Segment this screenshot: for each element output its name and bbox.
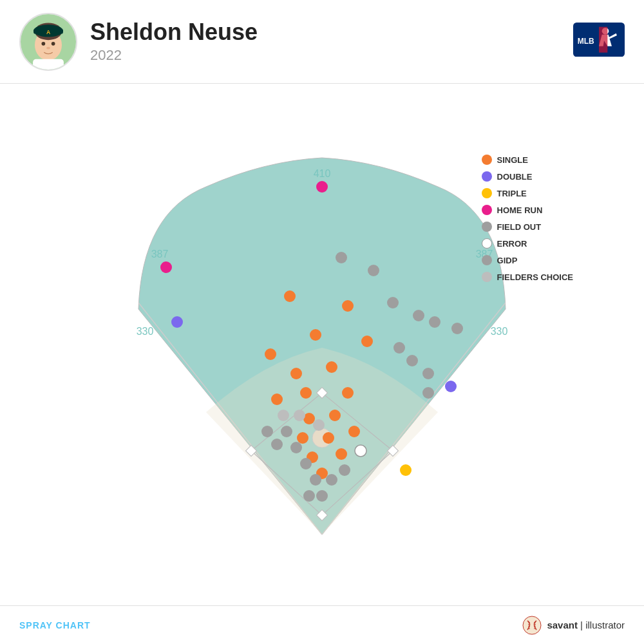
- gidp-dot: [482, 255, 492, 265]
- svg-text:387: 387: [151, 249, 169, 260]
- legend-fielders-choice: FIELDERS CHOICE: [482, 272, 573, 282]
- svg-rect-9: [33, 59, 64, 70]
- svg-point-47: [323, 432, 334, 444]
- legend-fieldout: FIELD OUT: [482, 222, 573, 232]
- page: A Sheldon Neuse 2022 MLB: [0, 0, 644, 644]
- error-label: ERROR: [497, 239, 527, 249]
- svg-text:MLB: MLB: [578, 37, 594, 46]
- brand-area: savant | illustrator: [522, 616, 625, 635]
- svg-point-57: [451, 323, 463, 334]
- legend: SINGLE DOUBLE TRIPLE HOME RUN FIELD OUT: [482, 155, 573, 282]
- header: A Sheldon Neuse 2022 MLB: [0, 0, 644, 84]
- triple-dot: [482, 188, 492, 198]
- fielders-choice-dot: [482, 272, 492, 282]
- svg-text:330: 330: [491, 326, 508, 337]
- svg-point-60: [422, 368, 434, 379]
- svg-point-40: [326, 361, 337, 373]
- savant-ball-icon: [522, 616, 542, 635]
- svg-point-42: [271, 393, 283, 405]
- svg-point-71: [261, 426, 273, 437]
- svg-point-75: [355, 445, 366, 457]
- player-avatar: A: [19, 13, 77, 71]
- svg-point-61: [422, 387, 434, 399]
- fieldout-dot: [482, 222, 492, 232]
- svg-point-4: [52, 42, 55, 46]
- double-label: DOUBLE: [497, 172, 533, 182]
- svg-point-67: [339, 464, 350, 476]
- fieldout-label: FIELD OUT: [497, 222, 542, 232]
- legend-error: ERROR: [482, 238, 573, 249]
- svg-point-65: [310, 474, 321, 486]
- svg-point-63: [290, 442, 302, 453]
- svg-point-54: [387, 297, 399, 308]
- single-label: SINGLE: [497, 155, 528, 165]
- svg-point-36: [310, 329, 321, 341]
- svg-point-31: [171, 316, 183, 328]
- svg-point-38: [265, 348, 276, 360]
- svg-point-33: [400, 464, 412, 476]
- legend-triple: TRIPLE: [482, 188, 573, 198]
- legend-single: SINGLE: [482, 155, 573, 165]
- legend-double: DOUBLE: [482, 171, 573, 182]
- svg-point-74: [278, 410, 289, 421]
- svg-point-43: [342, 387, 354, 399]
- svg-point-30: [160, 261, 172, 273]
- svg-point-70: [271, 439, 283, 450]
- svg-text:A: A: [46, 28, 50, 35]
- svg-point-3: [41, 42, 45, 46]
- svg-point-46: [297, 432, 308, 444]
- svg-point-52: [336, 252, 347, 263]
- gidp-label: GIDP: [497, 256, 518, 265]
- svg-point-56: [429, 316, 440, 328]
- svg-text:330: 330: [137, 326, 154, 337]
- triple-label: TRIPLE: [497, 189, 527, 198]
- svg-point-50: [336, 448, 347, 460]
- chart-area: 410 387 387 330 330: [0, 84, 644, 605]
- mlb-logo: MLB: [573, 23, 625, 61]
- player-info: Sheldon Neuse 2022: [90, 19, 573, 64]
- svg-point-68: [316, 490, 328, 502]
- player-year: 2022: [90, 47, 573, 64]
- brand-label: savant | illustrator: [547, 620, 625, 630]
- chart-type-label: SPRAY CHART: [19, 620, 91, 630]
- fielders-choice-label: FIELDERS CHOICE: [497, 272, 573, 282]
- svg-point-5: [46, 46, 50, 49]
- homerun-dot: [482, 205, 492, 215]
- svg-point-34: [284, 290, 296, 302]
- svg-point-69: [303, 490, 315, 502]
- svg-point-45: [329, 410, 341, 421]
- svg-point-55: [413, 310, 424, 321]
- legend-gidp: GIDP: [482, 255, 573, 265]
- svg-point-41: [300, 387, 312, 399]
- footer: SPRAY CHART savant | illustrator: [0, 605, 644, 644]
- homerun-label: HOME RUN: [497, 205, 543, 215]
- svg-point-64: [300, 458, 312, 469]
- double-dot: [482, 171, 492, 182]
- svg-point-58: [393, 342, 405, 354]
- single-dot: [482, 155, 492, 165]
- svg-point-73: [313, 419, 325, 431]
- svg-point-66: [326, 474, 337, 486]
- svg-point-35: [342, 300, 354, 312]
- svg-point-48: [348, 426, 360, 437]
- svg-point-59: [406, 355, 418, 366]
- legend-homerun: HOME RUN: [482, 205, 573, 215]
- svg-text:410: 410: [314, 168, 331, 179]
- svg-point-62: [281, 426, 292, 437]
- svg-point-76: [523, 616, 541, 634]
- player-name: Sheldon Neuse: [90, 19, 573, 45]
- svg-point-32: [445, 381, 457, 392]
- svg-point-53: [368, 265, 379, 276]
- svg-point-39: [290, 368, 302, 379]
- svg-point-37: [361, 336, 373, 347]
- error-dot: [482, 238, 492, 249]
- chart-container: 410 387 387 330 330: [77, 122, 567, 567]
- svg-point-72: [294, 410, 305, 421]
- svg-point-29: [316, 181, 328, 193]
